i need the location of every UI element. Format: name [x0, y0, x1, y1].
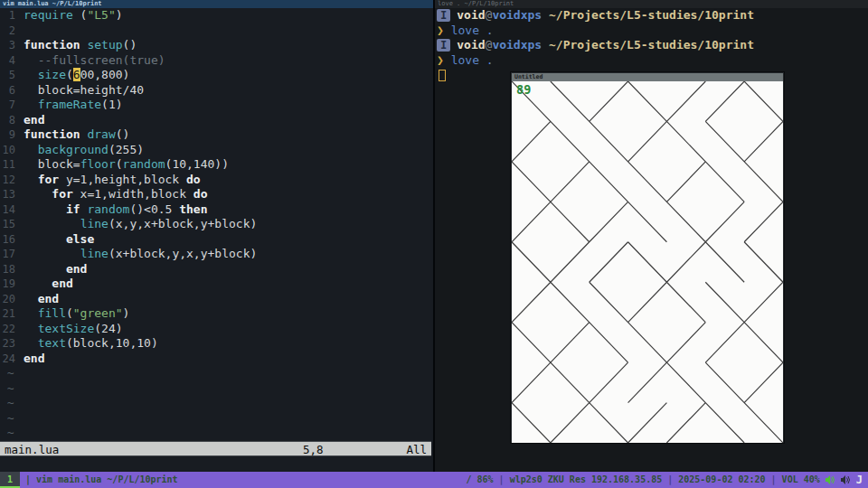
code-line[interactable]: 11 block=floor(random(10,140)) — [0, 157, 433, 173]
code-token: line — [80, 217, 108, 230]
code-token: ()<0.5 — [129, 202, 179, 216]
block-size-label: 89 — [516, 82, 531, 97]
vim-cursor: 6 — [73, 68, 80, 81]
code-line[interactable]: 7 frameRate(1) — [0, 98, 433, 113]
code-line[interactable]: 3function setup() — [0, 38, 433, 53]
code-token: block=height/40 — [24, 83, 144, 97]
statusbar-separator: | — [771, 472, 777, 488]
code-token — [24, 247, 80, 260]
code-line[interactable]: 10 background(255) — [0, 143, 433, 158]
code-line[interactable]: 20 end — [0, 292, 433, 307]
code-line[interactable]: 17 line(x+block,y,x,y+block) — [0, 247, 433, 262]
code-token: block= — [24, 157, 80, 171]
line-number: 16 — [0, 232, 24, 248]
code-line[interactable]: 14 if random()<0.5 then — [0, 202, 433, 218]
code-token: (1) — [101, 98, 122, 111]
line-number: 22 — [0, 322, 24, 337]
line-number: 17 — [0, 247, 24, 262]
code-line[interactable]: 8end — [0, 113, 433, 128]
tmux-window-index: 1 — [7, 474, 13, 484]
code-token — [24, 68, 38, 81]
code-token — [24, 277, 52, 290]
tray-logo-icon[interactable]: J — [856, 472, 863, 488]
code-token: (block,10,10) — [66, 336, 158, 350]
code-line[interactable]: 6 block=height/40 — [0, 83, 433, 99]
code-token: function — [24, 127, 80, 141]
code-token: textSize — [38, 322, 95, 335]
prompt-chevron-icon: ❯ — [437, 23, 451, 37]
code-line[interactable]: 4 --fullscreen(true) — [0, 53, 433, 69]
vim-pane[interactable]: vim main.lua ~/P/L/10print 1require ("L5… — [0, 0, 433, 472]
statusbar-segment: / 86% — [467, 472, 494, 488]
tenprint-pattern — [512, 81, 783, 443]
tmux-window-tab[interactable]: 1 — [0, 472, 20, 488]
code-line[interactable]: 9function draw() — [0, 127, 433, 143]
code-line[interactable]: 1require ("L5") — [0, 8, 433, 23]
code-token: end — [38, 292, 59, 305]
shell-prompt: Ivoid@voidxps ~/Projects/L5-studies/10pr… — [437, 8, 867, 23]
code-line[interactable]: 24end — [0, 352, 433, 367]
shell-command: ❯ love . — [437, 23, 867, 39]
empty-buffer-line: ~ — [0, 411, 433, 427]
line-number: 7 — [0, 98, 24, 113]
statusline-scroll-indicator: All — [406, 442, 427, 457]
code-token: () — [123, 38, 137, 52]
code-token: draw — [87, 127, 115, 141]
code-line[interactable]: 16 else — [0, 232, 433, 248]
line-number: 10 — [0, 143, 24, 158]
line-number: 2 — [0, 23, 24, 39]
code-token: ( — [66, 306, 73, 320]
line-number: 13 — [0, 187, 24, 202]
code-line[interactable]: 22 textSize(24) — [0, 322, 433, 337]
sketch-window-titlebar[interactable]: Untitled — [512, 73, 783, 81]
prompt-path: ~/Projects/L5-studies/10print — [542, 8, 754, 22]
line-number: 11 — [0, 157, 24, 173]
code-token: ) — [116, 8, 123, 22]
volume-on-icon[interactable] — [826, 475, 835, 484]
code-token: if — [66, 202, 80, 216]
volume-muted-icon[interactable] — [841, 475, 851, 484]
statusbar-separator: | — [667, 472, 673, 488]
empty-buffer-line: ~ — [0, 381, 433, 397]
code-token: setup — [87, 38, 122, 52]
terminal-pane[interactable]: love . ~/P/L/10print Ivoid@voidxps ~/Pro… — [435, 0, 868, 472]
code-line[interactable]: 15 line(x,y,x+block,y+block) — [0, 217, 433, 232]
terminal-cursor[interactable] — [439, 70, 446, 81]
shell-prompt: Ivoid@voidxps ~/Projects/L5-studies/10pr… — [437, 38, 867, 53]
code-token: (24) — [94, 322, 122, 335]
code-token: --fullscreen(true) — [24, 53, 165, 67]
code-token — [24, 292, 38, 305]
code-token: end — [24, 113, 44, 127]
code-buffer[interactable]: 1require ("L5")23function setup()4 --ful… — [0, 8, 433, 441]
tmux-statusbar: 1 | vim main.lua ~/P/L/10print / 86%|wlp… — [0, 472, 868, 488]
prompt-user: void — [457, 8, 485, 22]
code-token — [24, 262, 66, 276]
code-token: random — [87, 202, 129, 216]
tmux-window-name: | vim main.lua ~/P/L/10print — [25, 472, 178, 488]
line-number: 9 — [0, 127, 24, 143]
code-token: text — [38, 336, 66, 350]
line-number: 5 — [0, 68, 24, 83]
code-token: x=1,width,block — [73, 187, 193, 201]
code-token: for — [52, 187, 72, 201]
code-line[interactable]: 23 text(block,10,10) — [0, 336, 433, 352]
line-number: 24 — [0, 352, 24, 367]
code-token: "L5" — [87, 8, 115, 22]
code-line[interactable]: 5 size(600,800) — [0, 68, 433, 83]
prompt-user: void — [457, 38, 485, 52]
code-line[interactable]: 13 for x=1,width,block do — [0, 187, 433, 202]
code-line[interactable]: 19 end — [0, 277, 433, 292]
code-token: "green" — [73, 306, 123, 320]
code-line[interactable]: 21 fill("green") — [0, 306, 433, 322]
code-line[interactable]: 12 for y=1,height,block do — [0, 173, 433, 188]
shell-command: ❯ love . — [437, 53, 867, 69]
right-pane-titlebar: love . ~/P/L/10print — [435, 0, 868, 8]
code-line[interactable]: 2 — [0, 23, 433, 39]
code-token: then — [179, 202, 207, 216]
prompt-chevron-icon: ❯ — [437, 53, 451, 67]
statusbar-segment: 2025-09-02 02:20 — [678, 472, 765, 488]
code-token: 00,800) — [80, 68, 130, 81]
command-text: love . — [451, 53, 494, 67]
code-line[interactable]: 18 end — [0, 262, 433, 277]
vim-statusline: main.lua 5,8 All — [0, 441, 431, 456]
